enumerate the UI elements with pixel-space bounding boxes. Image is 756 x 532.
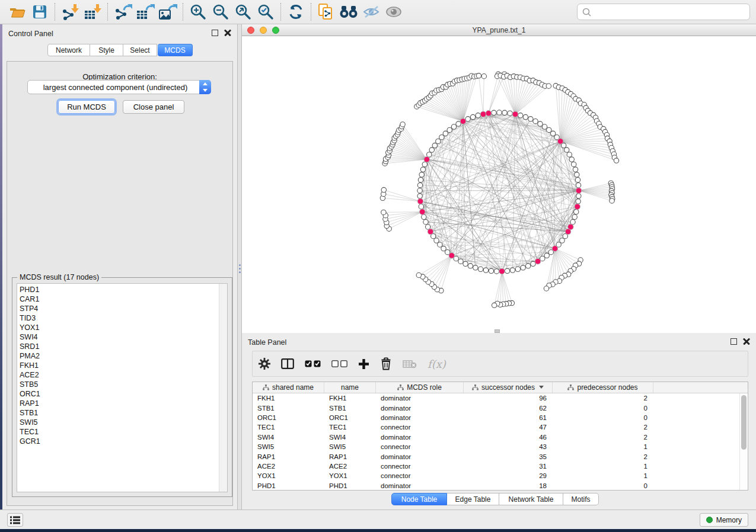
network-titlebar[interactable]: YPA_prune.txt_1 bbox=[242, 24, 756, 36]
graph-node[interactable] bbox=[422, 162, 427, 166]
select-all-icon[interactable] bbox=[305, 355, 321, 373]
graph-leaf-node[interactable] bbox=[544, 286, 548, 291]
list-item[interactable]: ORC1 bbox=[20, 389, 218, 399]
graph-node[interactable] bbox=[547, 127, 551, 132]
graph-node[interactable] bbox=[419, 204, 423, 209]
graph-node[interactable] bbox=[502, 110, 507, 115]
graph-node[interactable] bbox=[476, 113, 480, 118]
graph-leaf-node[interactable] bbox=[381, 210, 386, 214]
graph-leaf-node[interactable] bbox=[546, 84, 551, 88]
run-mcds-button[interactable]: Run MCDS bbox=[58, 100, 115, 114]
copy-network-icon[interactable] bbox=[315, 2, 337, 21]
graph-leaf-node[interactable] bbox=[400, 122, 405, 127]
graph-leaf-node[interactable] bbox=[481, 74, 486, 79]
graph-node[interactable] bbox=[489, 268, 493, 273]
table-row[interactable]: ORC1ORC1dominator610 bbox=[253, 413, 739, 422]
graph-node[interactable] bbox=[478, 267, 483, 271]
graph-node[interactable] bbox=[576, 199, 580, 204]
graph-leaf-node[interactable] bbox=[610, 198, 614, 203]
graph-mcds-node[interactable] bbox=[486, 110, 492, 116]
zoom-fit-icon[interactable] bbox=[232, 2, 254, 21]
list-item[interactable]: PHD1 bbox=[20, 285, 218, 294]
table-row[interactable]: SWI5SWI5connector431 bbox=[253, 442, 739, 451]
list-item[interactable]: PMA2 bbox=[20, 351, 218, 361]
create-column-icon[interactable] bbox=[358, 355, 369, 373]
graph-node[interactable] bbox=[544, 253, 549, 258]
close-panel-icon[interactable] bbox=[743, 338, 750, 345]
graph-leaf-node[interactable] bbox=[614, 158, 618, 163]
graph-node[interactable] bbox=[417, 194, 422, 198]
list-item[interactable]: RAP1 bbox=[20, 399, 218, 408]
show-all-icon[interactable] bbox=[382, 2, 405, 21]
graph-node[interactable] bbox=[439, 134, 444, 139]
float-panel-icon[interactable] bbox=[731, 338, 737, 345]
graph-node[interactable] bbox=[550, 131, 555, 136]
list-item[interactable]: STP4 bbox=[20, 304, 218, 313]
graph-node[interactable] bbox=[533, 119, 538, 124]
table-row[interactable]: FKH1FKH1dominator962 bbox=[253, 393, 739, 403]
first-neighbors-icon[interactable] bbox=[337, 2, 360, 21]
graph-node[interactable] bbox=[542, 124, 547, 129]
graph-node[interactable] bbox=[468, 264, 473, 268]
graph-node[interactable] bbox=[443, 131, 448, 136]
table-scrollbar[interactable] bbox=[739, 393, 748, 490]
list-item[interactable]: TEC1 bbox=[20, 427, 218, 437]
mcds-result-list[interactable]: PHD1 CAR1 STP4 TID3 YOX1 SWI4 SRD1 PMA2 … bbox=[17, 283, 228, 492]
float-panel-icon[interactable] bbox=[212, 30, 218, 36]
graph-node[interactable] bbox=[572, 214, 577, 219]
column-header-name[interactable]: name bbox=[324, 382, 376, 393]
graph-node[interactable] bbox=[574, 209, 579, 214]
graph-node[interactable] bbox=[447, 127, 452, 132]
column-header-mcds-role[interactable]: MCDS role bbox=[376, 382, 464, 393]
graph-node[interactable] bbox=[510, 268, 515, 273]
close-panel-button[interactable]: Close panel bbox=[123, 100, 184, 114]
column-header-successor-nodes[interactable]: successor nodes bbox=[464, 382, 553, 393]
list-item[interactable]: GCR1 bbox=[20, 437, 218, 446]
tab-style[interactable]: Style bbox=[90, 44, 123, 56]
graph-node[interactable] bbox=[434, 238, 439, 243]
export-image-icon[interactable] bbox=[157, 2, 179, 21]
tab-network[interactable]: Network bbox=[47, 44, 90, 56]
table-scrollbar-thumb[interactable] bbox=[741, 395, 747, 450]
graph-node[interactable] bbox=[571, 162, 576, 166]
list-item[interactable]: STB5 bbox=[20, 380, 218, 389]
graph-mcds-node[interactable] bbox=[565, 229, 571, 235]
search-input[interactable] bbox=[595, 8, 745, 17]
table-row[interactable]: SWI4SWI4dominator462 bbox=[253, 432, 739, 442]
graph-node[interactable] bbox=[417, 182, 422, 187]
save-session-icon[interactable] bbox=[28, 2, 51, 21]
graph-node[interactable] bbox=[432, 143, 437, 148]
zoom-out-icon[interactable] bbox=[209, 2, 232, 21]
graph-node[interactable] bbox=[538, 121, 543, 126]
graph-node[interactable] bbox=[436, 139, 441, 143]
graph-mcds-node[interactable] bbox=[557, 139, 563, 145]
table-row[interactable]: ACE2ACE2connector311 bbox=[253, 462, 739, 471]
graph-node[interactable] bbox=[422, 214, 426, 219]
tab-mcds[interactable]: MCDS bbox=[158, 44, 193, 56]
tab-edge-table[interactable]: Edge Table bbox=[447, 493, 499, 505]
graph-node[interactable] bbox=[492, 110, 496, 115]
graph-mcds-node[interactable] bbox=[512, 111, 518, 117]
graph-node[interactable] bbox=[518, 113, 523, 118]
graph-node[interactable] bbox=[564, 148, 569, 152]
result-list-scrollbar[interactable] bbox=[219, 284, 227, 492]
export-network-icon[interactable] bbox=[111, 2, 134, 21]
graph-node[interactable] bbox=[515, 267, 520, 271]
graph-node[interactable] bbox=[560, 238, 564, 243]
list-item[interactable]: YOX1 bbox=[20, 323, 218, 332]
graph-node[interactable] bbox=[575, 178, 580, 182]
column-header-shared-name[interactable]: shared name bbox=[253, 382, 324, 393]
import-table-icon[interactable] bbox=[81, 2, 104, 21]
delete-column-icon[interactable] bbox=[380, 355, 392, 373]
search-box[interactable] bbox=[577, 4, 750, 20]
panel-menu-button[interactable] bbox=[7, 513, 23, 527]
graph-node[interactable] bbox=[423, 220, 428, 225]
zoom-in-icon[interactable] bbox=[187, 2, 209, 21]
graph-mcds-node[interactable] bbox=[499, 268, 505, 274]
network-canvas[interactable] bbox=[242, 36, 756, 333]
graph-node[interactable] bbox=[521, 265, 525, 270]
close-panel-icon[interactable] bbox=[224, 29, 231, 36]
graph-node[interactable] bbox=[483, 268, 488, 273]
graph-node[interactable] bbox=[418, 178, 423, 182]
zoom-selected-icon[interactable] bbox=[254, 2, 277, 21]
